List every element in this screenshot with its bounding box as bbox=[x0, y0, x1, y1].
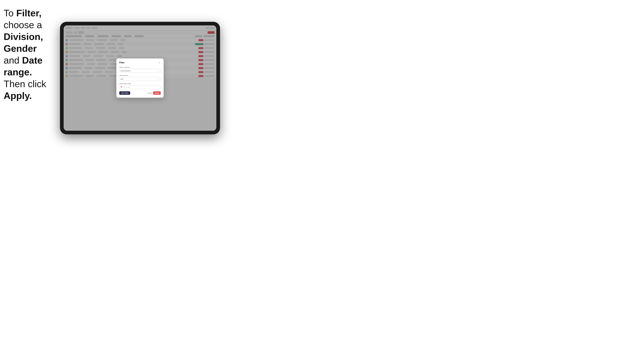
division-gender-bold: Division, Gender bbox=[4, 31, 43, 54]
division-label: Select a division bbox=[119, 66, 161, 68]
tablet-frame: Filter × Select a division NCAA Division… bbox=[60, 22, 220, 134]
gender-controls: × ▲ ▼ bbox=[157, 78, 160, 80]
chevron-down-icon: ▼ bbox=[158, 71, 160, 72]
division-select[interactable]: NCAA Division I × ▲ ▼ bbox=[119, 69, 161, 73]
division-chevrons: ▲ ▼ bbox=[158, 70, 160, 72]
division-controls: × ▲ ▼ bbox=[157, 70, 160, 72]
division-clear-icon[interactable]: × bbox=[157, 70, 158, 72]
cancel-button[interactable]: Cancel bbox=[148, 92, 152, 94]
instruction-and: and Date range. bbox=[4, 55, 42, 77]
clear-filter-button[interactable]: Clear filter bbox=[119, 91, 130, 95]
chevron-down-icon: ▼ bbox=[158, 79, 160, 80]
instruction-line1: To Filter, choose a bbox=[4, 8, 42, 30]
gender-chevrons: ▲ ▼ bbox=[158, 78, 160, 80]
date-group: Select Date range 📅 Pick a date bbox=[119, 83, 161, 89]
modal-header: Filter × bbox=[119, 61, 161, 64]
apply-bold: Apply. bbox=[4, 90, 32, 101]
apply-button[interactable]: Apply bbox=[153, 91, 161, 95]
modal-overlay: Filter × Select a division NCAA Division… bbox=[64, 25, 216, 131]
gender-clear-icon[interactable]: × bbox=[157, 78, 158, 80]
gender-group: Select gender Men × ▲ ▼ bbox=[119, 75, 161, 81]
tablet-screen: Filter × Select a division NCAA Division… bbox=[64, 25, 216, 131]
date-input[interactable]: 📅 Pick a date bbox=[119, 85, 161, 89]
filter-modal: Filter × Select a division NCAA Division… bbox=[116, 58, 164, 98]
gender-value: Men bbox=[120, 78, 157, 80]
date-label: Select Date range bbox=[119, 83, 161, 84]
calendar-icon: 📅 bbox=[120, 86, 122, 88]
division-group: Select a division NCAA Division I × ▲ ▼ bbox=[119, 66, 161, 73]
gender-label: Select gender bbox=[119, 75, 161, 76]
modal-actions: Clear filter Cancel Apply bbox=[119, 91, 161, 95]
filter-bold: Filter, bbox=[16, 8, 42, 18]
gender-select[interactable]: Men × ▲ ▼ bbox=[119, 77, 161, 81]
date-placeholder: Pick a date bbox=[123, 86, 130, 88]
division-value: NCAA Division I bbox=[120, 70, 157, 72]
modal-title: Filter bbox=[119, 61, 124, 64]
instruction-then: Then click Apply. bbox=[4, 79, 46, 101]
instruction-block: To Filter, choose a Division, Gender and… bbox=[4, 7, 62, 102]
right-actions: Cancel Apply bbox=[148, 91, 161, 95]
chevron-up-icon: ▲ bbox=[158, 70, 160, 71]
close-button[interactable]: × bbox=[158, 61, 161, 64]
date-range-bold: Date range. bbox=[4, 55, 42, 77]
chevron-up-icon: ▲ bbox=[158, 78, 160, 79]
